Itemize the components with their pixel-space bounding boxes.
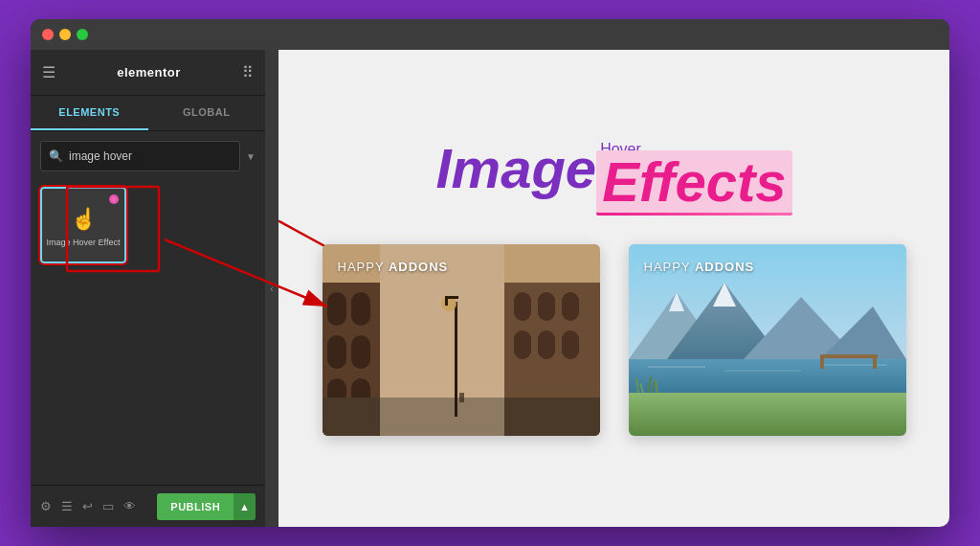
search-icon: 🔍 [49, 149, 63, 163]
history-icon[interactable]: ☰ [61, 499, 73, 513]
widgets-area: ☝️ Image Hover Effect [31, 179, 265, 485]
publish-dropdown-button[interactable]: ▲ [234, 493, 256, 520]
sidebar: ☰ elementor ⠿ ELEMENTS GLOBAL 🔍 image ho… [31, 50, 265, 527]
minimize-button[interactable] [59, 29, 71, 40]
footer-icons: ⚙ ☰ ↩ ▭ 👁 [40, 499, 136, 513]
title-effects-wrapper: Effects [596, 154, 791, 216]
sidebar-header: ☰ elementor ⠿ [31, 50, 265, 96]
apps-icon[interactable]: ⠿ [242, 63, 254, 81]
widget-badge [109, 194, 119, 204]
card-2-label: HAPPY ADDONS [644, 260, 755, 274]
title-hover-group: Hover Effects [596, 141, 791, 216]
search-area: 🔍 image hover ▼ [31, 131, 265, 179]
main-content: Image Hover Effects [278, 50, 949, 527]
sidebar-tabs: ELEMENTS GLOBAL [31, 96, 265, 131]
card-1-overlay: HAPPY ADDONS [323, 244, 600, 436]
publish-button[interactable]: PUBLISH [157, 493, 234, 520]
preview-icon[interactable]: 👁 [123, 499, 136, 513]
responsive-icon[interactable]: ▭ [102, 499, 114, 513]
titlebar [31, 19, 949, 50]
widget-icon: ☝️ [71, 207, 97, 232]
settings-icon[interactable]: ⚙ [40, 499, 52, 513]
publish-group: PUBLISH ▲ [157, 493, 256, 520]
search-input-value: image hover [69, 149, 132, 163]
content-inner: Image Hover Effects [278, 122, 949, 455]
widget-card-image-hover[interactable]: ☝️ Image Hover Effect [40, 187, 126, 263]
title-image-text: Image [436, 141, 597, 196]
image-card-2: HAPPY ADDONS [629, 244, 906, 436]
maximize-button[interactable] [77, 29, 88, 40]
window-body: ☰ elementor ⠿ ELEMENTS GLOBAL 🔍 image ho… [31, 50, 949, 527]
search-dropdown-icon[interactable]: ▼ [246, 151, 256, 162]
tab-global[interactable]: GLOBAL [148, 96, 266, 130]
close-button[interactable] [42, 29, 54, 40]
tab-elements[interactable]: ELEMENTS [31, 96, 148, 130]
traffic-lights [42, 29, 88, 40]
undo-icon[interactable]: ↩ [82, 499, 93, 513]
card-1-label: HAPPY ADDONS [338, 260, 449, 274]
sidebar-footer: ⚙ ☰ ↩ ▭ 👁 PUBLISH ▲ [31, 485, 265, 527]
hamburger-icon[interactable]: ☰ [42, 63, 56, 81]
title-effects-text: Effects [596, 150, 791, 213]
image-cards: HAPPY ADDONS [323, 244, 906, 436]
title-area: Image Hover Effects [436, 141, 792, 216]
card-2-overlay: HAPPY ADDONS [629, 244, 906, 436]
image-card-1: HAPPY ADDONS [323, 244, 600, 436]
collapse-handle[interactable]: ‹ [265, 50, 278, 527]
elementor-logo: elementor [117, 65, 181, 80]
widget-label: Image Hover Effect [47, 238, 121, 248]
search-box[interactable]: 🔍 image hover [40, 141, 240, 171]
mac-window: ☰ elementor ⠿ ELEMENTS GLOBAL 🔍 image ho… [31, 19, 949, 527]
